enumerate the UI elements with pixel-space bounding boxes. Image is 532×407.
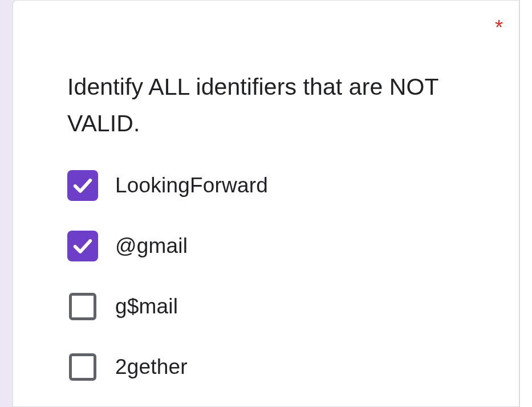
checkbox-checked[interactable]	[67, 170, 98, 201]
option-row[interactable]: LookingForward	[67, 170, 519, 201]
option-row[interactable]: g$mail	[67, 291, 519, 322]
checkmark-icon	[71, 235, 94, 257]
option-row[interactable]: 2gether	[67, 352, 519, 382]
checkbox-checked[interactable]	[67, 231, 98, 261]
checkbox-unchecked[interactable]	[69, 353, 96, 381]
option-label: 2gether	[115, 355, 188, 379]
checkbox-unchecked[interactable]	[69, 293, 96, 320]
option-label: @gmail	[115, 234, 188, 258]
question-text: Identify ALL identifiers that are NOT VA…	[67, 69, 473, 142]
left-background-strip	[0, 0, 13, 407]
required-asterisk: *	[495, 18, 503, 38]
option-label: g$mail	[115, 295, 178, 319]
option-label: LookingForward	[115, 174, 268, 198]
options-list: LookingForward @gmail g$mail 2gether	[67, 170, 519, 382]
right-card-sliver	[519, 0, 532, 407]
form-container: * Identify ALL identifiers that are NOT …	[0, 0, 532, 407]
question-card: * Identify ALL identifiers that are NOT …	[13, 0, 519, 407]
checkmark-icon	[71, 174, 94, 197]
option-row[interactable]: @gmail	[67, 231, 519, 261]
